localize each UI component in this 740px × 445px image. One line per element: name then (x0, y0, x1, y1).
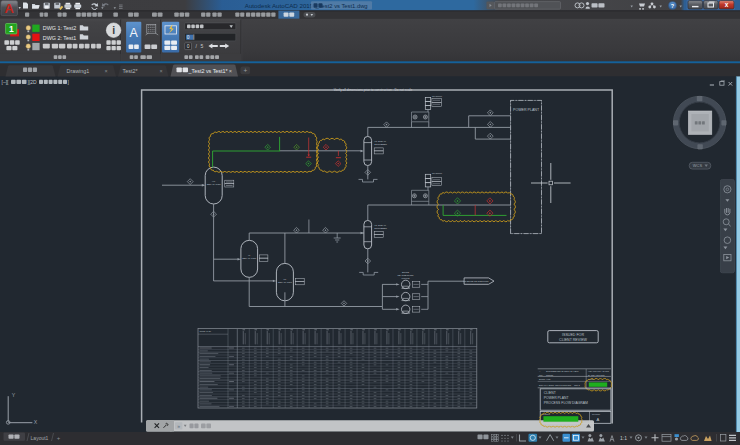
svg-text:WCS: WCS (693, 163, 703, 168)
svg-text:0: 0 (187, 43, 190, 49)
svg-text:DWG 1: Test2: DWG 1: Test2 (43, 25, 76, 31)
svg-text:Layout1: Layout1 (31, 435, 49, 441)
svg-text:CLIENT: CLIENT (544, 391, 556, 395)
svg-text:SEPARATOR: SEPARATOR (207, 183, 221, 185)
svg-text:ISSUED FOR: ISSUED FOR (562, 333, 584, 337)
svg-text:POWER PLANT: POWER PLANT (544, 396, 569, 400)
svg-text:SUGGESTION IS KEPT IN VIEW: SUGGESTION IS KEPT IN VIEW (546, 370, 579, 372)
svg-text:X: X (34, 419, 38, 425)
svg-text:»: » (177, 423, 180, 429)
svg-text:RE-INJECTION: RE-INJECTION (397, 274, 413, 276)
svg-text:OIL DRUM: OIL DRUM (432, 95, 442, 97)
svg-text:SEPARATOR: SEPARATOR (242, 257, 256, 259)
svg-text:HOV UMI TIM ANADIR: HOV UMI TIM ANADIR (588, 370, 610, 372)
svg-text:SEPARATOR: SEPARATOR (278, 281, 292, 283)
svg-text:HP STEAM: HP STEAM (374, 224, 386, 226)
svg-text:Change: Change (546, 374, 554, 376)
svg-text:HP STEAM: HP STEAM (374, 140, 386, 142)
svg-text:SCRUBBER: SCRUBBER (374, 227, 387, 229)
svg-text:Test2*: Test2* (123, 68, 139, 74)
svg-text:BRINE: BRINE (402, 271, 409, 273)
svg-text:Revision: Revision (592, 413, 601, 415)
svg-text:][2D: ][2D (28, 79, 38, 85)
svg-text:Autodesk AutoCAD 2019: Autodesk AutoCAD 2019 (245, 2, 314, 9)
svg-text:DWG 2: Test1: DWG 2: Test1 (43, 35, 76, 41)
svg-text:By Chk Appd Date: By Chk Appd Date (588, 374, 606, 376)
svg-text:A: A (5, 1, 15, 16)
svg-text:1: 1 (9, 24, 14, 34)
svg-text:0: 0 (187, 35, 190, 40)
svg-text:PROCESS FLOW DIAGRAM: PROCESS FLOW DIAGRAM (544, 401, 588, 405)
svg-text:PUMPS: PUMPS (401, 277, 410, 279)
svg-text:CLIENT REVIEW: CLIENT REVIEW (559, 338, 587, 342)
svg-text:POWER PLANT: POWER PLANT (513, 108, 540, 112)
svg-text:Chk 2: Chk 2 (574, 384, 580, 386)
svg-text:1:1: 1:1 (620, 435, 627, 441)
svg-text:A: A (597, 417, 600, 422)
svg-text:i: i (112, 24, 115, 36)
svg-text:x: x (725, 1, 729, 8)
svg-text:×: × (229, 68, 232, 74)
svg-text:Y: Y (12, 392, 16, 398)
svg-text:+: + (57, 435, 61, 441)
svg-text:LP: LP (283, 278, 286, 280)
svg-text:5: 5 (201, 43, 204, 49)
svg-text:HP: HP (212, 180, 216, 182)
svg-text:Verify all dimensions prior to: Verify all dimensions prior to construct… (334, 88, 413, 92)
svg-text:×: × (104, 68, 107, 74)
svg-text:SCRUBBER: SCRUBBER (374, 143, 387, 145)
svg-text:Drawn 4/12: Drawn 4/12 (539, 378, 551, 380)
svg-text:Rev.: Rev. (539, 374, 544, 376)
svg-text:STREAM No.: STREAM No. (200, 330, 212, 332)
svg-text:Drawing1: Drawing1 (67, 68, 90, 74)
svg-text:A: A (130, 26, 139, 40)
svg-text:Date PHASING UNIT PLOTTING: Date PHASING UNIT PLOTTING (539, 384, 572, 386)
svg-text:_Test2 vs Test1*: _Test2 vs Test1* (188, 68, 229, 74)
svg-text:×: × (159, 68, 162, 74)
svg-text:[–][: [–][ (2, 79, 10, 85)
svg-text:OIL DRUM: OIL DRUM (432, 172, 442, 174)
svg-text:TO BRINE RE-INJECTION: TO BRINE RE-INJECTION (464, 280, 489, 282)
svg-text:+: + (243, 67, 247, 74)
